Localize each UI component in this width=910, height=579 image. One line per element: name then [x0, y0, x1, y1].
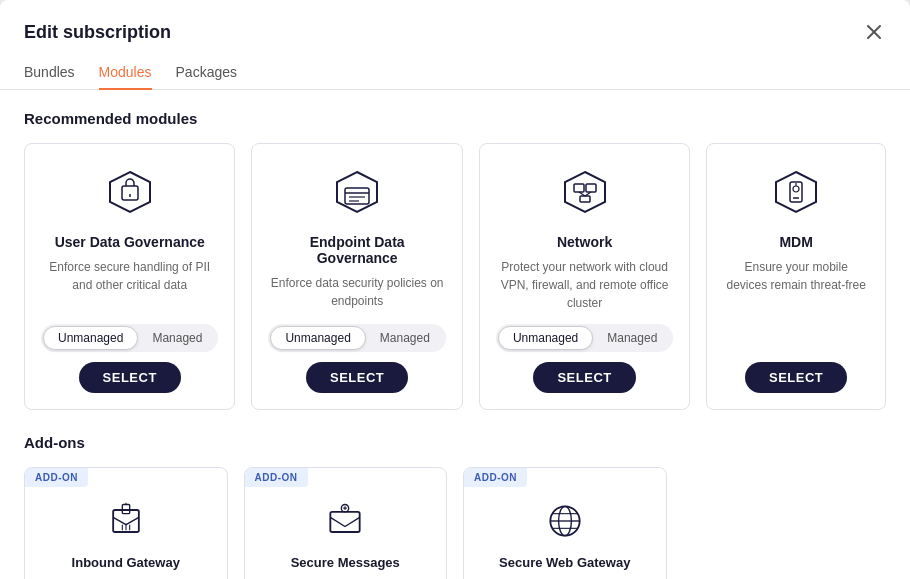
- module-toggle: Unmanaged Managed: [268, 324, 445, 352]
- module-toggle: Unmanaged Managed: [496, 324, 673, 352]
- tab-bar: Bundles Modules Packages: [0, 44, 910, 90]
- module-card-mdm: MDM Ensure your mobile devices remain th…: [706, 143, 886, 410]
- module-card-user-data-governance: User Data Governance Enforce secure hand…: [24, 143, 235, 410]
- addon-badge: ADD-ON: [464, 468, 527, 487]
- close-icon: [866, 24, 882, 40]
- select-button[interactable]: SELECT: [745, 362, 847, 393]
- toggle-managed[interactable]: Managed: [138, 326, 216, 350]
- toggle-unmanaged[interactable]: Unmanaged: [498, 326, 593, 350]
- modal-body: Recommended modules User Data Governance…: [0, 90, 910, 579]
- module-desc: Enforce secure handling of PII and other…: [41, 258, 218, 312]
- toggle-unmanaged[interactable]: Unmanaged: [270, 326, 365, 350]
- addon-card-secure-web-gateway: ADD-ON Secure Web Gateway Filter web tra…: [463, 467, 667, 579]
- addon-name: Secure Web Gateway: [491, 555, 638, 570]
- toggle-managed[interactable]: Managed: [593, 326, 671, 350]
- module-name: Network: [557, 234, 612, 250]
- module-card-endpoint-data-governance: Endpoint Data Governance Enforce data se…: [251, 143, 462, 410]
- svg-marker-10: [565, 172, 605, 212]
- edit-subscription-modal: Edit subscription Bundles Modules Packag…: [0, 0, 910, 579]
- svg-point-19: [793, 186, 799, 192]
- svg-rect-13: [580, 196, 590, 202]
- select-button[interactable]: SELECT: [533, 362, 635, 393]
- close-button[interactable]: [862, 20, 886, 44]
- secure-web-gateway-icon: [541, 497, 589, 545]
- mdm-icon: [768, 164, 824, 220]
- svg-rect-23: [331, 512, 360, 532]
- svg-marker-5: [337, 172, 377, 212]
- module-name: User Data Governance: [55, 234, 205, 250]
- svg-rect-11: [574, 184, 584, 192]
- toggle-unmanaged[interactable]: Unmanaged: [43, 326, 138, 350]
- module-card-network: Network Protect your network with cloud …: [479, 143, 690, 410]
- addon-name: Secure Messages: [283, 555, 408, 570]
- addons-section-title: Add-ons: [24, 434, 886, 451]
- recommended-section-title: Recommended modules: [24, 110, 886, 127]
- module-desc: Enforce data security policies on endpoi…: [268, 274, 445, 312]
- module-name: MDM: [779, 234, 812, 250]
- addon-card-secure-messages: ADD-ON Secure Messages Encrypt outbound …: [244, 467, 448, 579]
- tab-packages[interactable]: Packages: [176, 56, 237, 90]
- addon-badge: ADD-ON: [245, 468, 308, 487]
- user-data-governance-icon: [102, 164, 158, 220]
- addons-grid: ADD-ON Inbound Gateway Intercept inbound…: [24, 467, 886, 579]
- svg-rect-12: [586, 184, 596, 192]
- tab-bundles[interactable]: Bundles: [24, 56, 75, 90]
- module-desc: Protect your network with cloud VPN, fir…: [496, 258, 673, 312]
- addon-card-inbound-gateway: ADD-ON Inbound Gateway Intercept inbound…: [24, 467, 228, 579]
- modal-header: Edit subscription: [0, 0, 910, 44]
- svg-rect-6: [345, 188, 369, 204]
- secure-messages-icon: [321, 497, 369, 545]
- addon-name: Inbound Gateway: [64, 555, 188, 570]
- inbound-gateway-icon: [102, 497, 150, 545]
- modal-title: Edit subscription: [24, 22, 171, 43]
- svg-rect-3: [122, 186, 138, 200]
- module-name: Endpoint Data Governance: [268, 234, 445, 266]
- endpoint-data-governance-icon: [329, 164, 385, 220]
- svg-marker-2: [110, 172, 150, 212]
- addon-badge: ADD-ON: [25, 468, 88, 487]
- select-button[interactable]: SELECT: [79, 362, 181, 393]
- toggle-managed[interactable]: Managed: [366, 326, 444, 350]
- tab-modules[interactable]: Modules: [99, 56, 152, 90]
- module-desc: Ensure your mobile devices remain threat…: [723, 258, 869, 362]
- network-icon: [557, 164, 613, 220]
- select-button[interactable]: SELECT: [306, 362, 408, 393]
- module-toggle: Unmanaged Managed: [41, 324, 218, 352]
- modules-grid: User Data Governance Enforce secure hand…: [24, 143, 886, 410]
